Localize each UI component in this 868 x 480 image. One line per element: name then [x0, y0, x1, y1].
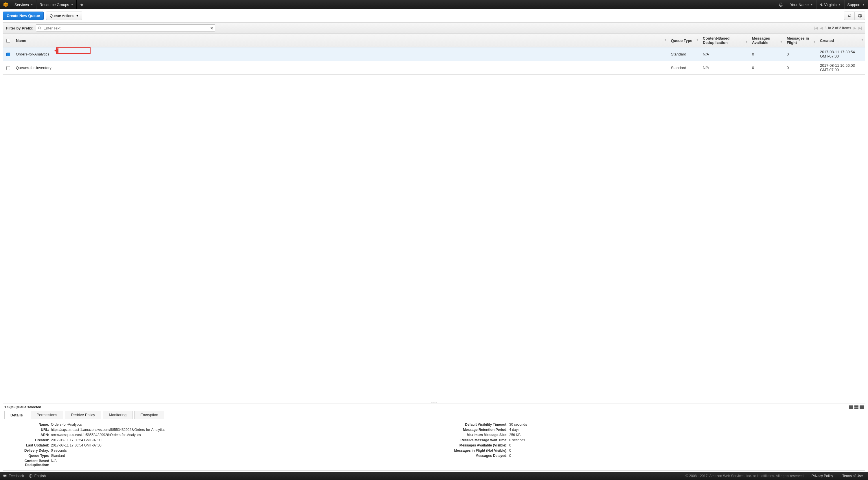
caret-down-icon: ▼	[31, 3, 33, 6]
cell-msgs-flight: 0	[784, 61, 817, 74]
table-row[interactable]: Queues-for-Inventory Standard N/A 0 0 20…	[3, 61, 865, 74]
feedback-label: Feedback	[9, 474, 24, 478]
layout-full-icon[interactable]	[849, 406, 853, 409]
detail-retention-value: 4 days	[509, 428, 865, 432]
page-prev-icon[interactable]: ◀	[820, 26, 823, 30]
speech-bubble-icon	[3, 474, 7, 478]
create-queue-button[interactable]: Create New Queue	[3, 11, 44, 20]
copyright-text: © 2008 - 2017, Amazon Web Services, Inc.…	[685, 474, 804, 478]
detail-visibility-label: Default Visibility Timeout:	[434, 422, 509, 426]
detail-waittime-label: Receive Message Wait Time:	[434, 438, 509, 442]
detail-waittime-value: 0 seconds	[509, 438, 865, 442]
region-menu[interactable]: N. Virginia ▼	[816, 0, 844, 9]
resource-groups-menu[interactable]: Resource Groups ▼	[36, 0, 77, 9]
selection-count-text: 1 SQS Queue selected	[4, 405, 41, 409]
col-name[interactable]: Name▾	[13, 34, 668, 47]
pin-icon[interactable]: ★	[77, 3, 87, 7]
col-cbd[interactable]: Content-Based Deduplication▾	[700, 34, 749, 47]
detail-name-value: Orders-for-Analytics	[51, 422, 434, 426]
pagination: |◀ ◀ 1 to 2 of 2 items ▶ ▶|	[814, 26, 862, 30]
detail-retention-label: Message Retention Period:	[434, 428, 509, 432]
tab-details[interactable]: Details	[4, 411, 29, 419]
queue-name: Orders-for-Analytics	[16, 52, 50, 56]
toolbar: Create New Queue Queue Actions ▼	[0, 9, 868, 22]
detail-updated-label: Last Updated:	[3, 443, 51, 447]
sort-icon: ▾	[814, 40, 815, 43]
caret-down-icon: ▼	[810, 3, 813, 6]
detail-cbd-value: N/A	[51, 459, 434, 467]
detail-avail-label: Messages Available (Visible):	[434, 443, 509, 447]
language-link[interactable]: English	[29, 474, 46, 478]
queue-name: Queues-for-Inventory	[16, 66, 52, 70]
col-msgs-available[interactable]: Messages Available▾	[749, 34, 784, 47]
filter-label: Filter by Prefix:	[6, 26, 34, 30]
footer: Feedback English © 2008 - 2017, Amazon W…	[0, 472, 868, 480]
detail-created-value: 2017-08-11 17:30:54 GMT-07:00	[51, 438, 434, 442]
cell-cbd: N/A	[700, 61, 749, 74]
cell-msgs-avail: 0	[749, 47, 784, 61]
row-checkbox[interactable]	[6, 66, 10, 70]
col-queue-type[interactable]: Queue Type▾	[668, 34, 700, 47]
page-last-icon[interactable]: ▶|	[859, 26, 862, 30]
refresh-button[interactable]	[844, 11, 855, 20]
caret-down-icon: ▼	[862, 3, 865, 6]
page-range-text: 1 to 2 of 2 items	[825, 26, 851, 30]
cell-queue-type: Standard	[668, 61, 700, 74]
support-menu[interactable]: Support ▼	[844, 0, 868, 9]
queue-actions-button[interactable]: Queue Actions ▼	[46, 11, 82, 20]
settings-button[interactable]	[855, 11, 865, 20]
tab-encryption[interactable]: Encryption	[134, 411, 164, 419]
cell-cbd: N/A	[700, 47, 749, 61]
cell-queue-type: Standard	[668, 47, 700, 61]
detail-updated-value: 2017-08-11 17:30:54 GMT-07:00	[51, 443, 434, 447]
detail-tabs: Details Permissions Redrive Policy Monit…	[3, 410, 865, 419]
account-label: Your Name	[790, 3, 809, 7]
select-all-checkbox[interactable]	[6, 39, 10, 43]
detail-flight-label: Messages in Flight (Not Visible):	[434, 448, 509, 452]
aws-logo-icon[interactable]	[0, 0, 11, 9]
services-menu[interactable]: Services ▼	[11, 0, 36, 9]
top-nav: Services ▼ Resource Groups ▼ ★ Your Name…	[0, 0, 868, 9]
select-all-header[interactable]	[3, 34, 13, 47]
layout-split-icon[interactable]	[855, 406, 859, 409]
gear-icon	[858, 13, 862, 18]
sort-icon: ▾	[781, 40, 782, 43]
search-icon	[38, 26, 42, 30]
services-label: Services	[14, 3, 29, 7]
clear-filter-icon[interactable]: ✕	[210, 26, 213, 30]
svg-point-3	[38, 27, 40, 29]
detail-avail-value: 0	[509, 443, 865, 447]
search-input-wrap: ✕	[36, 24, 215, 32]
layout-bottom-icon[interactable]	[860, 406, 864, 409]
splitter-handle[interactable]: ● ● ●	[3, 401, 865, 403]
tab-monitoring[interactable]: Monitoring	[103, 411, 133, 419]
feedback-link[interactable]: Feedback	[3, 474, 24, 478]
privacy-link[interactable]: Privacy Policy	[809, 474, 836, 478]
row-checkbox[interactable]	[6, 53, 10, 56]
tab-permissions[interactable]: Permissions	[31, 411, 63, 419]
terms-link[interactable]: Terms of Use	[840, 474, 865, 478]
notifications-icon[interactable]	[775, 2, 787, 7]
detail-delayed-label: Messages Delayed:	[434, 454, 509, 458]
detail-delay-value: 0 seconds	[51, 448, 434, 452]
col-msgs-in-flight[interactable]: Messages in Flight▾	[784, 34, 817, 47]
sort-icon: ▾	[697, 38, 698, 41]
tab-redrive-policy[interactable]: Redrive Policy	[65, 411, 101, 419]
page-next-icon[interactable]: ▶	[854, 26, 856, 30]
detail-name-label: Name:	[3, 422, 51, 426]
queue-actions-label: Queue Actions	[50, 13, 74, 18]
sort-icon: ▾	[746, 40, 747, 43]
sort-icon: ▾	[665, 38, 666, 41]
table-row[interactable]: Orders-for-Analytics Standard N/A 0 0 20…	[3, 47, 865, 61]
detail-maxsize-label: Maximum Message Size:	[434, 433, 509, 437]
region-label: N. Virginia	[819, 3, 837, 7]
col-created[interactable]: Created▾	[817, 34, 865, 47]
caret-down-icon: ▼	[76, 14, 79, 18]
queues-table: Name▾ Queue Type▾ Content-Based Deduplic…	[3, 34, 865, 75]
detail-arn-label: ARN:	[3, 433, 51, 437]
detail-arn-value: arn:aws:sqs:us-east-1:585534329928:Order…	[51, 433, 434, 437]
filter-input[interactable]	[36, 25, 215, 32]
account-menu[interactable]: Your Name ▼	[787, 0, 816, 9]
page-first-icon[interactable]: |◀	[814, 26, 818, 30]
cell-created: 2017-08-11 16:56:03 GMT-07:00	[817, 61, 865, 74]
